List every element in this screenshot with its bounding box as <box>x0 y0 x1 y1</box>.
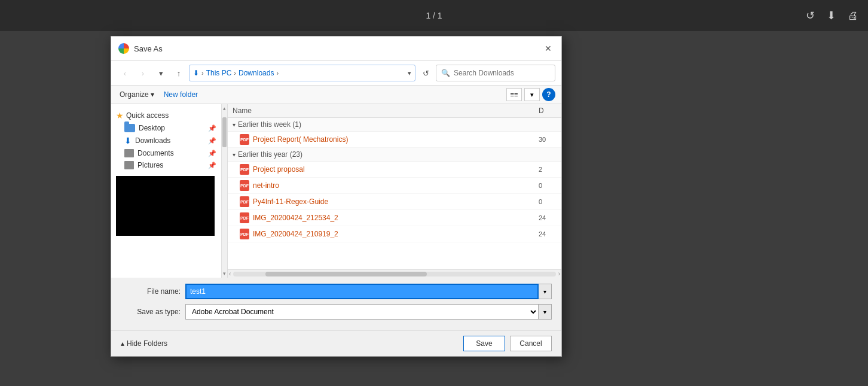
filename-label: File name: <box>121 287 181 296</box>
scroll-down-arrow[interactable]: ▾ <box>222 269 227 278</box>
h-scroll-left-arrow[interactable]: ‹ <box>229 270 231 277</box>
view-dropdown-button[interactable]: ▾ <box>524 88 540 101</box>
view-icon: ≡≡ <box>511 91 518 98</box>
scroll-up-arrow[interactable]: ▴ <box>222 104 227 113</box>
pdf-icon: PDF <box>240 196 249 207</box>
group-toggle-this-week[interactable]: ▾ <box>233 121 236 128</box>
search-box: 🔍 <box>436 65 555 81</box>
print-icon[interactable]: 🖨 <box>848 10 858 22</box>
sidebar-item-pictures[interactable]: Pictures 📌 <box>111 159 221 171</box>
dropdown-button[interactable]: ▾ <box>153 65 169 81</box>
horizontal-scrollbar[interactable]: ‹ › <box>228 269 561 278</box>
file-row[interactable]: PDF Py4Inf-11-Regex-Guide 0 <box>228 194 561 210</box>
pin-icon-downloads[interactable]: 📌 <box>208 137 216 145</box>
savetype-label: Save as type: <box>121 308 181 316</box>
file-row[interactable]: PDF Project proposal 2 <box>228 162 561 178</box>
quick-access-header[interactable]: ★ Quick access <box>111 109 221 122</box>
refresh-button[interactable]: ↺ <box>418 65 433 81</box>
nav-toolbar: ‹ › ▾ ↑ ⬇ › This PC › Downloads › ▾ ↺ 🔍 <box>111 61 561 86</box>
back-button[interactable]: ‹ <box>117 65 133 81</box>
pictures-label: Pictures <box>137 161 163 169</box>
organize-button[interactable]: Organize ▾ <box>117 89 157 100</box>
scroll-thumb <box>222 117 227 147</box>
hide-folders-chevron: ▴ <box>121 339 124 348</box>
doc-icon <box>124 149 134 157</box>
breadcrumb-downloads[interactable]: Downloads <box>239 69 274 77</box>
breadcrumb-this-pc[interactable]: This PC <box>206 69 232 77</box>
filename-input-wrapper: ▾ <box>185 284 552 299</box>
file-date: 24 <box>539 230 557 238</box>
organize-toolbar: Organize ▾ New folder ≡≡ ▾ ? <box>111 86 561 104</box>
group-label-this-year: Earlier this year (23) <box>238 150 302 159</box>
dialog-title: Save As <box>134 44 537 53</box>
pdf-icon: PDF <box>240 229 249 239</box>
file-name: Project Report( Mechatronics) <box>253 135 535 144</box>
file-name: IMG_20200424_210919_2 <box>253 230 535 238</box>
file-row[interactable]: PDF net-intro 0 <box>228 178 561 194</box>
savetype-row: Save as type: Adobe Acrobat Document ▾ <box>121 304 552 320</box>
pictures-icon <box>124 161 134 169</box>
organize-label: Organize <box>120 90 149 99</box>
hide-folders-label: Hide Folders <box>127 339 167 348</box>
group-header-this-week[interactable]: ▾ Earlier this week (1) <box>228 118 561 132</box>
hide-folders-button[interactable]: ▴ Hide Folders <box>121 339 167 348</box>
filename-input[interactable] <box>185 284 539 299</box>
breadcrumb-dropdown[interactable]: ▾ <box>408 69 411 77</box>
bottom-form: File name: ▾ Save as type: Adobe Acrobat… <box>111 278 561 330</box>
help-button[interactable]: ? <box>542 88 555 101</box>
search-input[interactable] <box>454 69 549 77</box>
file-row[interactable]: PDF IMG_20200424_210919_2 24 <box>228 226 561 242</box>
dialog-titlebar: Save As ✕ <box>111 37 561 61</box>
cancel-button[interactable]: Cancel <box>510 336 552 351</box>
savetype-select[interactable]: Adobe Acrobat Document <box>185 304 539 320</box>
download-nav-icon: ⬇ <box>124 136 132 145</box>
file-row[interactable]: PDF IMG_20200424_212534_2 24 <box>228 210 561 226</box>
file-name: Py4Inf-11-Regex-Guide <box>253 197 535 206</box>
pin-icon-documents[interactable]: 📌 <box>208 150 216 157</box>
group-toggle-this-year[interactable]: ▾ <box>233 151 236 158</box>
left-scrollbar[interactable]: ▴ ▾ <box>222 104 228 278</box>
sidebar-item-desktop[interactable]: Desktop 📌 <box>111 122 221 134</box>
file-row[interactable]: PDF Project Report( Mechatronics) 30 <box>228 132 561 148</box>
save-button[interactable]: Save <box>463 336 505 351</box>
sidebar-item-downloads[interactable]: ⬇ Downloads 📌 <box>111 134 221 147</box>
top-bar: 1 / 1 ↺ ⬇ 🖨 <box>0 0 868 31</box>
forward-button[interactable]: › <box>135 65 151 81</box>
file-date: 30 <box>539 136 557 143</box>
file-name: net-intro <box>253 181 535 190</box>
left-nav-panel: ★ Quick access Desktop 📌 ⬇ Downloads 📌 D… <box>111 104 222 278</box>
file-list-scroll: ▾ Earlier this week (1) PDF Project Repo… <box>228 118 561 269</box>
filename-dropdown-arrow[interactable]: ▾ <box>539 284 552 299</box>
scroll-track <box>222 113 227 269</box>
desktop-label: Desktop <box>139 124 165 132</box>
new-folder-button[interactable]: New folder <box>161 89 200 100</box>
sidebar-item-documents[interactable]: Documents 📌 <box>111 147 221 159</box>
pin-icon-desktop[interactable]: 📌 <box>208 124 216 132</box>
download-icon[interactable]: ⬇ <box>827 9 836 22</box>
file-date: 24 <box>539 214 557 221</box>
breadcrumb-sep2: › <box>234 69 236 77</box>
top-bar-actions: ↺ ⬇ 🖨 <box>806 9 858 22</box>
savetype-dropdown-arrow[interactable]: ▾ <box>539 304 552 320</box>
group-header-this-year[interactable]: ▾ Earlier this year (23) <box>228 148 561 162</box>
col-name-header: Name <box>233 107 539 115</box>
up-button[interactable]: ↑ <box>171 65 187 81</box>
h-scroll-right-arrow[interactable]: › <box>558 270 560 277</box>
content-area: ★ Quick access Desktop 📌 ⬇ Downloads 📌 D… <box>111 104 561 278</box>
search-icon: 🔍 <box>441 69 450 77</box>
view-button[interactable]: ≡≡ <box>506 88 522 101</box>
pin-icon-pictures[interactable]: 📌 <box>208 162 216 169</box>
file-name: Project proposal <box>253 165 535 174</box>
file-date: 0 <box>539 182 557 189</box>
refresh-icon[interactable]: ↺ <box>806 9 815 22</box>
thumbnail-preview <box>116 176 215 236</box>
file-list-header: Name D <box>228 104 561 118</box>
pdf-icon: PDF <box>240 164 249 175</box>
file-list-panel: Name D ▾ Earlier this week (1) PDF Proje… <box>228 104 561 278</box>
breadcrumb-sep1: › <box>201 69 204 77</box>
close-button[interactable]: ✕ <box>542 42 554 54</box>
file-date: 2 <box>539 166 557 173</box>
group-label-this-week: Earlier this week (1) <box>238 120 301 129</box>
pdf-icon: PDF <box>240 134 249 145</box>
save-as-dialog: Save As ✕ ‹ › ▾ ↑ ⬇ › This PC › Download… <box>111 36 562 357</box>
